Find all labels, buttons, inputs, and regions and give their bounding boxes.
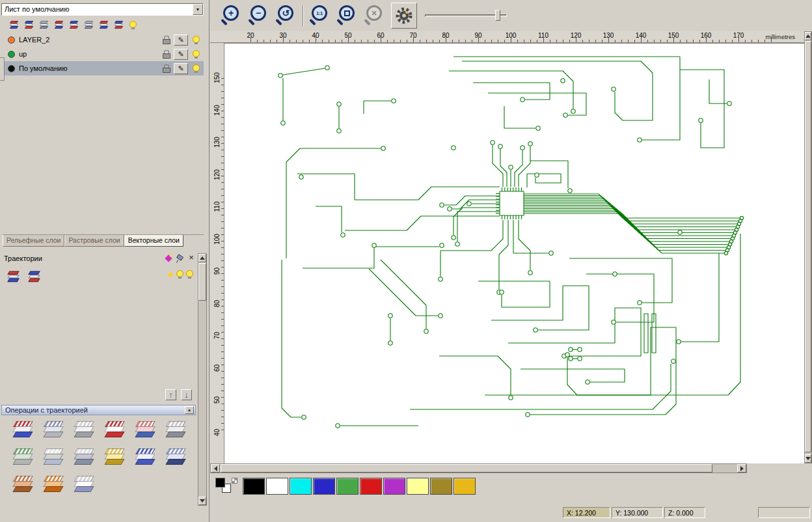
foreground-color-swatch[interactable]: [215, 478, 225, 488]
collapse-section-button[interactable]: ▲: [185, 406, 194, 414]
toolpath-bulb-icon[interactable]: [176, 270, 183, 279]
sheet-selector[interactable]: Лист по умолчанию ▼: [1, 3, 204, 16]
toolpath-operation-icon[interactable]: [10, 419, 35, 441]
toolpath-operation-icon[interactable]: [10, 446, 35, 469]
scroll-down-button[interactable]: [805, 454, 811, 463]
palette-swatch[interactable]: [407, 478, 429, 495]
zoom-in-icon: +: [223, 5, 239, 21]
palette-swatch[interactable]: [243, 478, 265, 495]
layer-name: LAYER_2: [19, 36, 159, 44]
scrollbar-thumb[interactable]: [221, 464, 712, 473]
palette-swatch[interactable]: [290, 478, 312, 495]
scroll-down-button[interactable]: [198, 497, 206, 505]
toolpath-list-icon[interactable]: [7, 270, 21, 284]
scroll-left-button[interactable]: [211, 464, 220, 473]
layer-tool-icon[interactable]: [114, 20, 124, 30]
palette-swatch[interactable]: [336, 478, 359, 495]
scroll-right-button[interactable]: [737, 464, 746, 473]
scrollbar-thumb[interactable]: [805, 41, 811, 452]
foreground-background-color-indicator[interactable]: [214, 477, 239, 495]
toolbar-separator: [303, 5, 304, 26]
toolpath-operation-icon[interactable]: [72, 446, 96, 469]
toolpath-operation-icon[interactable]: [133, 419, 157, 441]
dropdown-arrow-icon[interactable]: ▼: [193, 4, 203, 15]
palette-swatch[interactable]: [266, 478, 288, 495]
toolpath-operation-icon[interactable]: [102, 446, 127, 469]
panel-scrollbar[interactable]: [198, 253, 207, 506]
toolpath-operations-header[interactable]: Операции с траекторией ▲: [1, 405, 196, 415]
zoom-previous-button[interactable]: ↺: [274, 4, 297, 27]
layer-tool-icon[interactable]: [84, 20, 94, 30]
lock-icon[interactable]: [163, 36, 170, 44]
layer-visibility-bulb-icon[interactable]: [192, 36, 200, 44]
layer-visibility-bulb-icon[interactable]: [192, 50, 200, 59]
pencil-icon: ✎: [178, 65, 183, 72]
zoom-out-button[interactable]: −: [247, 4, 270, 27]
layer-tab[interactable]: Векторные слои: [124, 235, 183, 247]
toolpath-operation-icon[interactable]: [133, 446, 157, 469]
sheet-selector-value: Лист по умолчанию: [2, 4, 193, 15]
cursor-y-readout: Y: 130.000: [612, 507, 663, 518]
edit-layer-button[interactable]: ✎: [174, 49, 188, 60]
toolpath-list-icon[interactable]: [27, 270, 42, 284]
toggle-all-visibility-bulb-icon[interactable]: [129, 21, 137, 29]
close-icon[interactable]: ×: [187, 254, 196, 263]
layer-tool-icon[interactable]: [9, 20, 20, 30]
toolpath-operation-icon[interactable]: [41, 474, 66, 496]
palette-swatch[interactable]: [430, 478, 452, 495]
ruler-tick-label: 150: [213, 72, 221, 83]
tool-settings-button[interactable]: [391, 3, 417, 29]
layer-tab[interactable]: Рельефные слои: [3, 235, 64, 247]
horizontal-ruler: 2030405060708090100110120130140150160170…: [210, 31, 804, 43]
palette-swatch[interactable]: [313, 478, 335, 495]
palette-swatch[interactable]: [453, 478, 476, 495]
toolpath-operation-icon[interactable]: [72, 474, 96, 496]
move-up-button[interactable]: ↑: [165, 389, 176, 400]
zoom-in-button[interactable]: +: [219, 4, 243, 27]
toolpath-operation-icon[interactable]: [163, 419, 188, 441]
toolpath-operation-icon[interactable]: [163, 446, 188, 469]
transparency-checker-icon[interactable]: [232, 478, 237, 484]
layer-row[interactable]: По умолчанию ✎: [0, 61, 204, 76]
layer-tab[interactable]: Растровые слои: [64, 235, 124, 247]
toolpath-visibility-group: [167, 270, 193, 279]
layer-tool-icon[interactable]: [24, 20, 34, 30]
toolpath-bulb-icon[interactable]: [185, 270, 193, 279]
layer-tool-icon[interactable]: [39, 20, 49, 30]
zoom-1to1-button[interactable]: 1:1: [308, 4, 331, 27]
design-canvas[interactable]: [224, 43, 804, 463]
lock-icon[interactable]: [163, 50, 170, 58]
pin-icon[interactable]: [176, 254, 183, 263]
scroll-up-button[interactable]: [198, 254, 206, 262]
scroll-up-button[interactable]: [805, 32, 811, 40]
toolpath-operation-icon[interactable]: [41, 419, 66, 441]
palette-swatch[interactable]: [360, 478, 382, 495]
canvas-horizontal-scrollbar[interactable]: [210, 463, 747, 473]
layer-tool-icon[interactable]: [54, 20, 64, 30]
slider-thumb[interactable]: [495, 10, 500, 21]
toolpath-operation-icon[interactable]: [10, 474, 35, 496]
layer-tool-icon[interactable]: [99, 20, 109, 30]
layer-row[interactable]: LAYER_2 ✎: [0, 33, 204, 47]
sparkle-icon[interactable]: [167, 271, 174, 278]
view-toolbar: + − ↺ 1:1 ×: [210, 0, 812, 31]
toolpath-operation-icon[interactable]: [102, 419, 127, 441]
toolpath-operation-icon[interactable]: [41, 446, 66, 469]
canvas-area: 150 140 130 120 110 100 90 80: [210, 43, 804, 463]
zoom-fit-button[interactable]: [335, 4, 359, 27]
toolpath-colorize-icon[interactable]: [165, 254, 172, 262]
toolpath-operation-icon[interactable]: [72, 419, 96, 441]
lock-icon[interactable]: [163, 64, 170, 72]
move-down-button[interactable]: ↓: [181, 389, 192, 400]
scrollbar-thumb[interactable]: [198, 263, 206, 301]
edit-layer-button[interactable]: ✎: [174, 34, 188, 46]
palette-swatch[interactable]: [383, 478, 405, 495]
zoom-selection-button-disabled: ×: [362, 4, 386, 27]
panel-edge-grip[interactable]: [0, 57, 5, 81]
canvas-vertical-scrollbar[interactable]: [804, 31, 812, 463]
layer-visibility-bulb-icon[interactable]: [192, 64, 200, 73]
zoom-slider[interactable]: [425, 9, 509, 22]
edit-layer-button[interactable]: ✎: [174, 63, 188, 74]
layer-tool-icon[interactable]: [69, 20, 79, 30]
layer-row[interactable]: up ✎: [0, 47, 204, 61]
